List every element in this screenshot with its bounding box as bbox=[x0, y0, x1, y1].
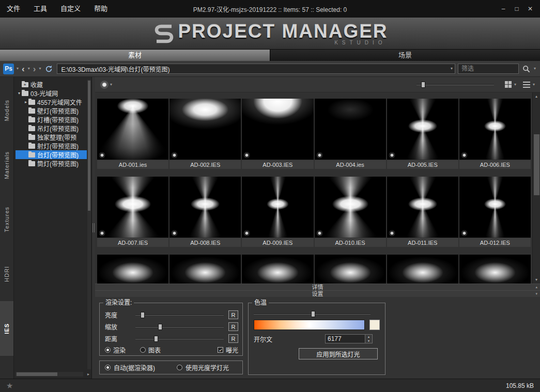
thumbnail-size-slider[interactable] bbox=[416, 81, 494, 88]
thumbnail-item[interactable]: AD-007.IES bbox=[97, 177, 168, 247]
slider-handle[interactable] bbox=[154, 336, 158, 342]
setting-slider-0[interactable] bbox=[135, 311, 224, 319]
tree-item-0[interactable]: 收藏 bbox=[16, 80, 87, 89]
menu-item-1[interactable]: 工具 bbox=[27, 0, 54, 18]
thumbnail-item[interactable]: AD-008.IES bbox=[169, 177, 241, 247]
thumbnail-item[interactable]: AD-006.IES bbox=[459, 99, 531, 169]
thumbnail-item[interactable]: AD-009.IES bbox=[242, 177, 313, 247]
close-button[interactable]: ✕ bbox=[523, 4, 537, 14]
kelvin-spin-up-icon[interactable]: ▴ bbox=[365, 335, 372, 339]
reset-button-0[interactable]: R bbox=[228, 310, 238, 319]
thumbnail-item-partial-3[interactable] bbox=[315, 255, 386, 284]
grid-view-icon[interactable] bbox=[505, 81, 512, 88]
reset-button-1[interactable]: R bbox=[228, 322, 238, 331]
tree-item-6[interactable]: 独家整理(带预 bbox=[16, 133, 87, 142]
category-tab-hdri[interactable]: HDRI bbox=[0, 247, 13, 302]
main-tab-1[interactable]: 场景 bbox=[270, 50, 540, 61]
apply-to-selected-lights-button[interactable]: 应用到所选灯光 bbox=[299, 348, 378, 359]
tree-expander-icon[interactable]: ▸ bbox=[23, 100, 28, 104]
tree-vertical-scrollbar[interactable] bbox=[87, 80, 91, 369]
thumbnail-item[interactable]: AD-001.ies bbox=[97, 99, 168, 169]
tree-item-1[interactable]: ▾03-光域网 bbox=[16, 89, 87, 98]
photoshop-button[interactable]: Ps bbox=[3, 64, 14, 74]
temperature-slider-handle[interactable] bbox=[311, 311, 315, 317]
auto-renderer-radio[interactable] bbox=[105, 365, 111, 370]
setting-slider-1[interactable] bbox=[135, 323, 224, 331]
search-button[interactable] bbox=[521, 65, 531, 73]
tree-hscroll-right-arrow[interactable]: ▸ bbox=[87, 372, 89, 377]
maximize-button[interactable]: □ bbox=[510, 4, 523, 14]
grid-vscroll-thumb[interactable] bbox=[534, 134, 539, 195]
menu-item-0[interactable]: 文件 bbox=[0, 0, 27, 18]
kelvin-spin-down-icon[interactable]: ▾ bbox=[365, 339, 372, 343]
thumbnail-item-partial-0[interactable] bbox=[97, 255, 168, 284]
brightness-icon[interactable] bbox=[101, 82, 107, 88]
temperature-slider[interactable] bbox=[254, 310, 371, 318]
category-tab-textures[interactable]: Textures bbox=[0, 192, 13, 247]
category-tab-models[interactable]: Models bbox=[0, 83, 13, 138]
favorite-star-icon[interactable]: ★ bbox=[6, 381, 13, 390]
back-button[interactable]: ‹ bbox=[21, 65, 25, 73]
photoshop-dropdown-caret[interactable]: ▾ bbox=[17, 67, 19, 71]
list-view-caret[interactable]: ▾ bbox=[533, 83, 535, 87]
thumbnail-item[interactable]: AD-003.IES bbox=[242, 99, 313, 169]
settings-expand-icon[interactable]: ▾ bbox=[535, 291, 537, 297]
tree-item-5[interactable]: 吊灯(带预览图) bbox=[16, 124, 87, 133]
tree-hscroll-thumb[interactable] bbox=[17, 372, 57, 376]
scroll-down-arrow[interactable]: ▾ bbox=[535, 277, 537, 283]
setting-slider-2[interactable] bbox=[135, 335, 224, 342]
tree-item-2[interactable]: ▸4557光域网文件 bbox=[16, 98, 87, 106]
thumbnail-item[interactable]: AD-010.IES bbox=[315, 177, 386, 247]
refresh-button[interactable] bbox=[45, 65, 53, 73]
category-tab-ies[interactable]: IES bbox=[0, 301, 13, 356]
tree-item-7[interactable]: 射灯(带预览图) bbox=[16, 142, 87, 150]
slider-handle[interactable] bbox=[141, 312, 145, 318]
filter-input[interactable] bbox=[458, 64, 519, 74]
reset-button-2[interactable]: R bbox=[228, 334, 238, 343]
grid-view-caret[interactable]: ▾ bbox=[514, 83, 516, 87]
thumbnail-item[interactable]: AD-005.IES bbox=[387, 99, 458, 169]
tree-vscroll-thumb[interactable] bbox=[88, 81, 90, 211]
tree-item-8[interactable]: 台灯(带预览图) bbox=[16, 150, 87, 159]
forward-history-caret[interactable]: ▾ bbox=[39, 67, 41, 71]
tree-item-3[interactable]: 壁灯(带预览图) bbox=[16, 106, 87, 115]
panel-splitter[interactable] bbox=[92, 77, 95, 379]
category-tab-materials[interactable]: Materials bbox=[0, 138, 13, 193]
details-expand-icon[interactable]: ▴ bbox=[535, 284, 537, 290]
thumbnail-item-partial-1[interactable] bbox=[169, 255, 241, 284]
kelvin-input[interactable] bbox=[325, 334, 365, 343]
minimize-button[interactable]: – bbox=[497, 4, 510, 14]
thumbnail-item[interactable]: AD-012.IES bbox=[459, 177, 531, 247]
scroll-up-arrow[interactable]: ▴ bbox=[535, 93, 537, 99]
thumbnail-item-partial-5[interactable] bbox=[459, 255, 531, 284]
menu-item-2[interactable]: 自定义 bbox=[54, 0, 87, 18]
grid-vertical-scrollbar[interactable]: ▴ ▾ bbox=[532, 92, 540, 284]
back-history-caret[interactable]: ▾ bbox=[28, 67, 30, 71]
menu-item-3[interactable]: 帮助 bbox=[87, 0, 114, 18]
details-panel-bar[interactable]: 详情 ▴ bbox=[95, 284, 540, 290]
forward-button[interactable]: › bbox=[33, 65, 37, 73]
search-dropdown-caret[interactable]: ▾ bbox=[534, 67, 536, 71]
tree-item-9[interactable]: 筒灯(带预览图) bbox=[16, 159, 87, 168]
tree-expander-icon[interactable]: ▾ bbox=[17, 91, 22, 96]
chart-radio[interactable] bbox=[140, 347, 146, 353]
thumbnail-item-partial-2[interactable] bbox=[242, 255, 313, 284]
thumbnail-item[interactable]: AD-011.IES bbox=[387, 177, 458, 247]
path-combobox[interactable]: E:\03-3Dmax\03-光域网\台灯(带预览图) ▾ bbox=[57, 64, 455, 74]
settings-panel-bar[interactable]: 设置 ▾ bbox=[95, 290, 540, 297]
slider-handle[interactable] bbox=[158, 324, 162, 330]
size-slider-handle[interactable] bbox=[421, 82, 425, 88]
list-view-icon[interactable] bbox=[523, 82, 530, 88]
brightness-dropdown-caret[interactable]: ▾ bbox=[110, 83, 112, 87]
exposure-checkbox[interactable]: ✓ bbox=[218, 347, 223, 353]
tree-horizontal-scrollbar[interactable] bbox=[16, 372, 83, 377]
temperature-gradient-bar[interactable] bbox=[254, 320, 365, 330]
tree-item-4[interactable]: 灯槽(带预览图) bbox=[16, 115, 87, 124]
main-tab-0[interactable]: 素材 bbox=[0, 50, 270, 61]
render-radio[interactable] bbox=[105, 347, 111, 353]
thumbnail-item[interactable]: AD-002.IES bbox=[169, 99, 241, 169]
photometric-radio[interactable] bbox=[177, 365, 182, 370]
thumbnail-item[interactable]: AD-004.ies bbox=[315, 99, 386, 169]
path-dropdown-caret[interactable]: ▾ bbox=[451, 67, 453, 71]
thumbnail-item-partial-4[interactable] bbox=[387, 255, 458, 284]
